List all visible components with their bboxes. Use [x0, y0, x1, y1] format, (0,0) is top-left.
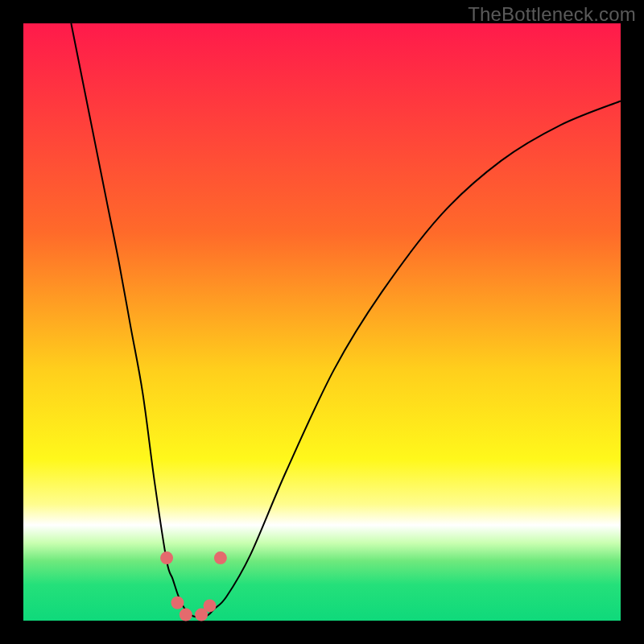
- curve-marker: [180, 609, 192, 621]
- curve-marker: [171, 597, 184, 609]
- curve-marker: [204, 599, 217, 612]
- chart-svg: [23, 23, 621, 621]
- chart-plot-area: [23, 23, 621, 621]
- watermark-text: TheBottleneck.com: [468, 3, 636, 26]
- curve-markers: [160, 551, 227, 621]
- bottleneck-curve: [71, 23, 621, 617]
- curve-marker: [160, 551, 173, 564]
- curve-marker: [214, 551, 227, 564]
